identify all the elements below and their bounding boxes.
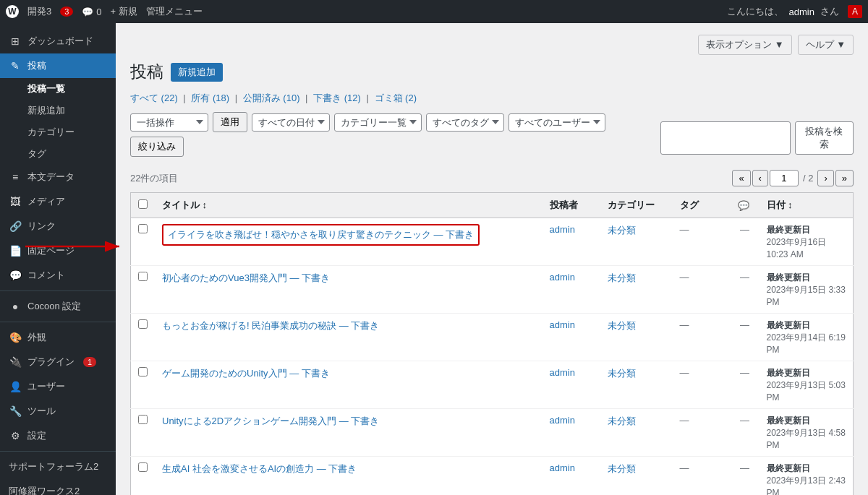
- sidebar-item-tools[interactable]: 🔧 ツール: [0, 399, 116, 423]
- comments-icon: 💬: [9, 270, 22, 281]
- sidebar-item-posts-new[interactable]: 新規追加: [0, 100, 116, 121]
- sidebar-item-plugins[interactable]: 🔌 プラグイン 1: [0, 350, 116, 374]
- comment-count[interactable]: 💬 0: [82, 7, 101, 17]
- sidebar-item-links[interactable]: 🔗 リンク: [0, 214, 116, 238]
- sidebar-item-tags[interactable]: タグ: [0, 143, 116, 165]
- search-button[interactable]: 投稿を検索: [795, 121, 854, 155]
- category-filter-select[interactable]: カテゴリー一覧: [334, 113, 422, 132]
- filters-row: 一括操作 ゴミ箱へ移動 適用 すべての日付 カテゴリー一覧 すべてのタグ すべて…: [130, 112, 660, 157]
- post-title-link-3[interactable]: ゲーム開発のためのUnity入門 — 下書き: [162, 368, 330, 379]
- last-page-button[interactable]: »: [835, 170, 854, 186]
- sidebar-label-media: メディア: [27, 195, 65, 208]
- current-page-input[interactable]: [770, 170, 799, 186]
- sidebar-label-posts: 投稿: [27, 59, 46, 72]
- post-title-link-2[interactable]: もっとお金が稼げる! 民泊事業成功の秘訣 — 下書き: [162, 320, 379, 331]
- post-category-1: 未分類: [600, 266, 673, 314]
- subnav-trash-link[interactable]: ゴミ箱 (2): [375, 92, 417, 103]
- admin-menu-link[interactable]: 管理メニュー: [146, 5, 203, 18]
- appearance-icon: 🎨: [9, 332, 22, 343]
- menu-separator-1: [0, 290, 116, 291]
- subnav-published-link[interactable]: 公開済み (10): [243, 92, 300, 103]
- sidebar-item-categories[interactable]: カテゴリー: [0, 121, 116, 143]
- select-all-checkbox[interactable]: [138, 199, 148, 209]
- category-link-5[interactable]: 未分類: [608, 463, 636, 474]
- subnav-owned-link[interactable]: 所有 (18): [191, 92, 229, 103]
- post-comment-3: —: [731, 361, 760, 409]
- row-checkbox-4[interactable]: [138, 415, 148, 424]
- sub-nav: すべて (22) | 所有 (18) | 公開済み (10) | 下書き (12…: [130, 92, 854, 105]
- subnav-draft-link[interactable]: 下書き (12): [313, 92, 361, 103]
- dashboard-icon: ⊞: [9, 35, 22, 47]
- author-link-1[interactable]: admin: [550, 272, 575, 283]
- post-date-2: 最終更新日2023年9月14日 6:19 PM: [760, 314, 854, 361]
- admin-username[interactable]: admin: [789, 7, 814, 17]
- author-link-5[interactable]: admin: [550, 462, 575, 473]
- table-row: ゲーム開発のためのUnity入門 — 下書きadmin未分類——最終更新日202…: [131, 361, 854, 409]
- sidebar-item-works[interactable]: 阿修羅ワークス2: [0, 479, 116, 495]
- sidebar-item-pages[interactable]: 📄 固定ページ: [0, 238, 116, 263]
- honbun-icon: ≡: [9, 171, 22, 183]
- row-checkbox-5[interactable]: [138, 462, 148, 472]
- row-checkbox-3[interactable]: [138, 367, 148, 376]
- category-link-1[interactable]: 未分類: [608, 272, 636, 283]
- row-checkbox-1[interactable]: [138, 272, 148, 281]
- date-filter-select[interactable]: すべての日付: [252, 113, 330, 132]
- category-link-0[interactable]: 未分類: [608, 225, 636, 236]
- display-options-button[interactable]: 表示オプション ▼: [698, 35, 791, 55]
- row-checkbox-2[interactable]: [138, 319, 148, 329]
- sidebar-item-comments[interactable]: 💬 コメント: [0, 263, 116, 288]
- post-title-link-0[interactable]: イライラを吹き飛ばせ！穏やかさを取り戻す驚きのテクニック — 下書き: [168, 229, 474, 240]
- search-input[interactable]: [660, 121, 791, 155]
- post-author-4: admin: [542, 409, 600, 457]
- sidebar-item-appearance[interactable]: 🎨 外観: [0, 325, 116, 350]
- sidebar-item-posts-list[interactable]: 投稿一覧: [0, 78, 116, 100]
- category-link-3[interactable]: 未分類: [608, 368, 636, 379]
- date-column-header[interactable]: 日付 ↕: [760, 193, 854, 218]
- subnav-all-link[interactable]: すべて (22): [130, 92, 178, 103]
- sidebar-item-settings[interactable]: ⚙ 設定: [0, 423, 116, 448]
- wp-logo[interactable]: W: [6, 5, 19, 18]
- author-link-4[interactable]: admin: [550, 415, 575, 426]
- sidebar-item-honbun[interactable]: ≡ 本文データ: [0, 165, 116, 189]
- category-link-4[interactable]: 未分類: [608, 416, 636, 426]
- first-page-button[interactable]: «: [732, 170, 750, 186]
- post-title-link-1[interactable]: 初心者のためのVue3開発入門 — 下書き: [162, 272, 330, 283]
- post-title-link-4[interactable]: Unityによる2Dアクションゲーム開発入門 — 下書き: [162, 416, 379, 426]
- sidebar-item-dashboard[interactable]: ⊞ ダッシュボード: [0, 29, 116, 53]
- category-link-2[interactable]: 未分類: [608, 320, 636, 331]
- update-count[interactable]: 3: [60, 7, 73, 17]
- narrow-button[interactable]: 絞り込み: [130, 137, 184, 157]
- sidebar-item-users[interactable]: 👤 ユーザー: [0, 374, 116, 399]
- pagination: « ‹ / 2 › »: [732, 170, 854, 186]
- wordpress-icon: W: [6, 5, 19, 18]
- bulk-action-select[interactable]: 一括操作 ゴミ箱へ移動: [130, 113, 208, 132]
- post-comment-2: —: [731, 314, 760, 361]
- plugins-icon: 🔌: [9, 356, 22, 368]
- comment-column-header: 💬: [731, 193, 760, 218]
- post-title-highlighted: イライラを吹き飛ばせ！穏やかさを取り戻す驚きのテクニック — 下書き: [162, 224, 480, 246]
- author-link-3[interactable]: admin: [550, 367, 575, 378]
- sidebar-label-appearance: 外観: [27, 331, 46, 344]
- main-content: 表示オプション ▼ ヘルプ ▼ 投稿 新規追加 すべて (22) | 所有 (1…: [116, 23, 868, 495]
- new-post-link[interactable]: + 新規: [111, 5, 137, 18]
- prev-page-button[interactable]: ‹: [752, 170, 768, 186]
- user-filter-select[interactable]: すべてのユーザー: [509, 113, 605, 132]
- help-button[interactable]: ヘルプ ▼: [798, 35, 854, 55]
- update-badge: 3: [60, 7, 73, 17]
- tag-filter-select[interactable]: すべてのタグ: [426, 113, 504, 132]
- site-name[interactable]: 開発3: [27, 5, 51, 18]
- add-new-button[interactable]: 新規追加: [171, 63, 223, 82]
- title-column-header[interactable]: タイトル ↕: [155, 193, 542, 218]
- sidebar-item-media[interactable]: 🖼 メディア: [0, 189, 116, 214]
- sidebar-item-cocoon[interactable]: ● Cocoon 設定: [0, 294, 116, 319]
- sidebar-item-support[interactable]: サポートフォーラム2: [0, 455, 116, 479]
- post-tag-2: —: [673, 314, 731, 361]
- apply-button[interactable]: 適用: [213, 112, 247, 132]
- menu-separator-3: [0, 451, 116, 452]
- next-page-button[interactable]: ›: [817, 170, 833, 186]
- post-title-link-5[interactable]: 生成AI 社会を激変させるAIの創造力 — 下書き: [162, 463, 357, 474]
- author-link-2[interactable]: admin: [550, 319, 575, 330]
- row-checkbox-0[interactable]: [138, 224, 148, 233]
- sidebar-item-posts[interactable]: ✎ 投稿: [0, 53, 116, 78]
- author-link-0[interactable]: admin: [550, 224, 575, 235]
